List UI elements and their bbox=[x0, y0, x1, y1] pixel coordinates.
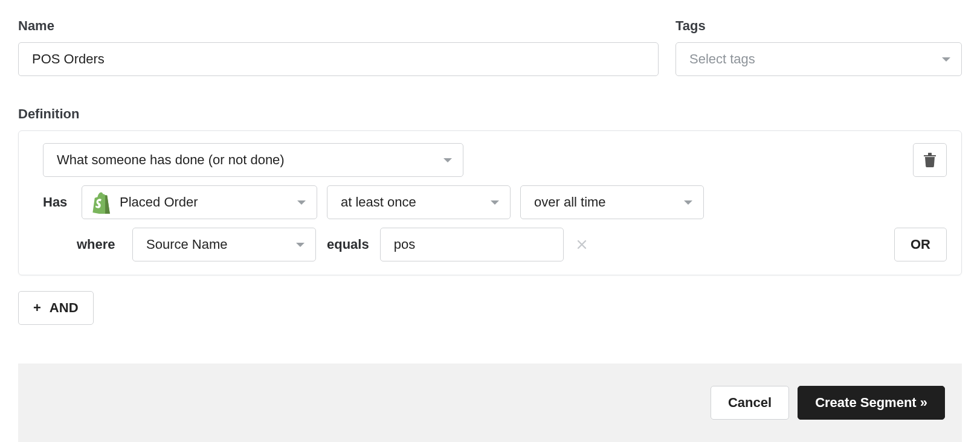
property-text: Source Name bbox=[146, 237, 228, 252]
event-select[interactable]: Placed Order bbox=[82, 185, 317, 219]
and-button-label: AND bbox=[50, 300, 79, 316]
name-input[interactable] bbox=[18, 42, 659, 76]
shopify-icon bbox=[91, 191, 111, 214]
tags-label: Tags bbox=[675, 18, 962, 34]
remove-filter-button[interactable] bbox=[573, 236, 590, 253]
timeframe-text: over all time bbox=[534, 194, 606, 210]
close-icon bbox=[577, 240, 587, 249]
property-select[interactable]: Source Name bbox=[132, 228, 316, 261]
chevron-down-icon bbox=[443, 158, 452, 162]
plus-icon: + bbox=[33, 300, 41, 316]
definition-card: What someone has done (or not done) Has bbox=[18, 130, 962, 275]
frequency-text: at least once bbox=[341, 194, 416, 210]
event-select-text: Placed Order bbox=[120, 194, 290, 210]
chevron-down-icon bbox=[297, 200, 306, 205]
condition-type-select[interactable]: What someone has done (or not done) bbox=[43, 143, 463, 177]
has-label: Has bbox=[43, 194, 72, 210]
timeframe-select[interactable]: over all time bbox=[520, 185, 704, 219]
cancel-button[interactable]: Cancel bbox=[711, 386, 789, 420]
tags-placeholder: Select tags bbox=[689, 51, 755, 67]
where-label: where bbox=[77, 237, 123, 252]
property-value-input[interactable] bbox=[380, 228, 564, 261]
definition-label: Definition bbox=[18, 106, 962, 122]
tags-select[interactable]: Select tags bbox=[675, 42, 962, 76]
chevron-down-icon bbox=[491, 200, 499, 205]
name-label: Name bbox=[18, 18, 659, 34]
chevron-down-icon bbox=[942, 57, 950, 62]
or-button[interactable]: OR bbox=[894, 228, 947, 261]
delete-condition-button[interactable] bbox=[913, 143, 947, 177]
chevron-down-icon bbox=[296, 243, 305, 247]
trash-icon bbox=[924, 153, 936, 167]
create-segment-button[interactable]: Create Segment » bbox=[798, 386, 945, 420]
and-button[interactable]: + AND bbox=[18, 291, 94, 325]
comparator-label: equals bbox=[326, 237, 370, 252]
footer-bar: Cancel Create Segment » bbox=[18, 364, 962, 442]
chevron-down-icon bbox=[684, 200, 692, 205]
frequency-select[interactable]: at least once bbox=[327, 185, 511, 219]
condition-type-text: What someone has done (or not done) bbox=[57, 152, 285, 168]
